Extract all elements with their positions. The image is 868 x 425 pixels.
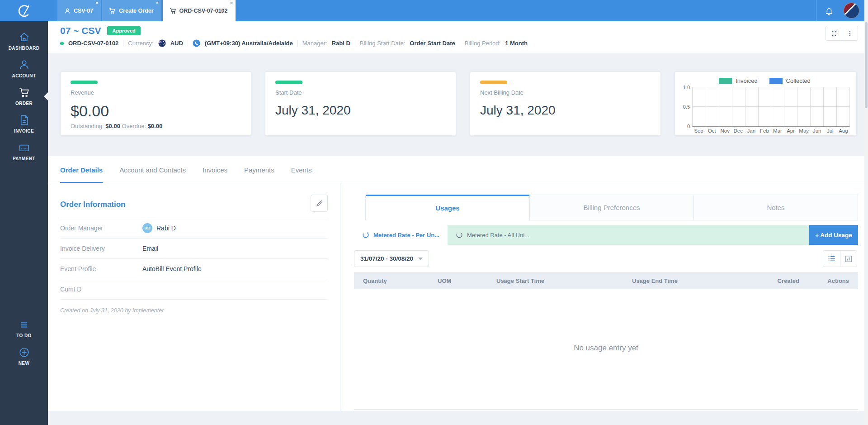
refresh-icon xyxy=(830,29,838,38)
workspace-tabstrip: CSV-07 × Create Order × ORD-CSV-07-0102 … xyxy=(57,0,237,21)
info-row-event-profile: Event Profile AutoBill Event Profile xyxy=(60,259,328,279)
divider xyxy=(460,40,460,47)
notifications-button[interactable] xyxy=(816,0,841,21)
card-label: Start Date xyxy=(275,89,446,96)
edit-order-button[interactable] xyxy=(311,195,328,212)
workspace-tab-account[interactable]: CSV-07 × xyxy=(57,0,101,21)
topbar-right xyxy=(816,0,864,21)
x-tick: Sep xyxy=(692,128,705,134)
card-accent-bar xyxy=(275,81,302,84)
chart-legend: Invoiced Collected xyxy=(679,76,850,85)
x-tick: Oct xyxy=(705,128,718,134)
timezone-value: (GMT+09:30) Australia/Adelaide xyxy=(205,40,293,47)
sidebar-main-group: DASHBOARD ACCOUNT ORDER INVOICE xyxy=(0,21,48,165)
outstanding-value: $0.00 xyxy=(105,123,120,129)
charge-chip-metered-all-units[interactable]: Metered Rate - All Uni... xyxy=(448,225,538,245)
app-logo[interactable] xyxy=(0,0,48,21)
user-avatar[interactable] xyxy=(844,3,859,19)
sidebar-item-account[interactable]: ACCOUNT xyxy=(0,55,48,82)
usage-table-header: Quantity UOM Usage Start Time Usage End … xyxy=(354,272,858,289)
x-tick: Jan xyxy=(745,128,758,134)
sidebar-item-label: TO DO xyxy=(16,333,31,338)
order-information-header: Order Information xyxy=(60,191,328,218)
legend-label: Collected xyxy=(786,77,811,84)
card-accent-bar xyxy=(480,81,507,84)
date-range-dropdown[interactable]: 31/07/20 - 30/08/20 xyxy=(354,250,429,267)
subtab-usages[interactable]: Usages xyxy=(366,195,529,220)
tab-events[interactable]: Events xyxy=(291,166,312,183)
meter-icon xyxy=(362,231,369,239)
y-tick: 1.0 xyxy=(683,85,690,90)
legend-label: Invoiced xyxy=(736,77,757,84)
collected-swatch xyxy=(769,78,783,84)
panel-divider xyxy=(340,183,340,411)
charge-chip-metered-per-unit[interactable]: Metered Rate - Per Un... xyxy=(354,225,448,245)
info-value: AutoBill Event Profile xyxy=(142,265,202,272)
start-date-card: Start Date July 31, 2020 xyxy=(265,72,456,136)
home-icon xyxy=(18,31,30,43)
sidebar-item-invoice[interactable]: INVOICE xyxy=(0,110,48,138)
status-badge: Approved xyxy=(107,26,140,35)
next-billing-value: July 31, 2020 xyxy=(480,103,651,118)
sidebar: DASHBOARD ACCOUNT ORDER INVOICE xyxy=(0,21,48,425)
page-title[interactable]: 07 ~ CSV xyxy=(60,25,101,36)
sidebar-item-label: INVOICE xyxy=(14,129,34,134)
bell-icon xyxy=(825,6,834,15)
usage-toolbar: 31/07/20 - 30/08/20 xyxy=(354,250,858,267)
subtab-notes[interactable]: Notes xyxy=(693,195,858,220)
x-tick: Mar xyxy=(771,128,784,134)
document-icon xyxy=(18,114,30,126)
workspace-tab-label: CSV-07 xyxy=(74,8,93,14)
list-icon xyxy=(18,319,30,331)
add-usage-button[interactable]: + Add Usage xyxy=(809,225,858,245)
chart-x-axis: Sep Oct Nov Dec Jan Feb Mar Apr May Jun … xyxy=(692,128,850,134)
manager-label: Manager: xyxy=(302,40,327,47)
tab-account-and-contacts[interactable]: Account and Contacts xyxy=(119,166,186,183)
tab-payments[interactable]: Payments xyxy=(244,166,274,183)
page-scrollbar[interactable] xyxy=(864,0,868,425)
workspace-tab-order[interactable]: ORD-CSV-07-0102 × xyxy=(163,0,236,21)
close-icon[interactable]: × xyxy=(230,0,233,6)
tab-invoices[interactable]: Invoices xyxy=(203,166,227,183)
chart-grid xyxy=(692,87,850,127)
more-options-button[interactable] xyxy=(842,26,858,40)
x-tick: Feb xyxy=(758,128,771,134)
person-icon xyxy=(64,8,71,14)
legend-item-invoiced: Invoiced xyxy=(719,77,757,84)
charge-chip-label: Metered Rate - All Uni... xyxy=(467,232,529,239)
x-tick: Aug xyxy=(837,128,850,134)
created-by-note: Created on July 31, 2020 by Implementer xyxy=(60,300,328,314)
outstanding-label: Outstanding: xyxy=(71,123,104,129)
tab-order-details[interactable]: Order Details xyxy=(60,166,103,183)
y-tick: 0.5 xyxy=(683,104,690,110)
scrollbar-thumb[interactable] xyxy=(865,22,868,108)
x-tick: Jun xyxy=(811,128,824,134)
app-window: CSV-07 × Create Order × ORD-CSV-07-0102 … xyxy=(0,0,868,425)
close-icon[interactable]: × xyxy=(95,0,99,6)
legend-item-collected: Collected xyxy=(769,77,811,84)
invoiced-swatch xyxy=(719,78,732,84)
info-row-invoice-delivery: Invoice Delivery Email xyxy=(60,239,328,259)
chevron-down-icon xyxy=(418,258,423,260)
sidebar-item-dashboard[interactable]: DASHBOARD xyxy=(0,27,48,55)
subtab-billing-preferences[interactable]: Billing Preferences xyxy=(529,195,693,220)
info-value: Email xyxy=(142,245,158,252)
aud-flag-icon xyxy=(158,39,166,47)
workspace-tab-create-order[interactable]: Create Order × xyxy=(102,0,161,21)
sidebar-item-todo[interactable]: TO DO xyxy=(0,315,48,342)
sidebar-item-new[interactable]: NEW xyxy=(0,342,48,370)
billing-period-value: 1 Month xyxy=(505,40,528,47)
card-label: Revenue xyxy=(71,89,241,96)
card-label: Next Billing Date xyxy=(480,89,651,96)
close-icon[interactable]: × xyxy=(156,0,159,6)
info-value: RD Rabi D xyxy=(142,223,176,233)
timezone-globe-icon xyxy=(193,39,200,47)
pencil-icon xyxy=(316,200,323,207)
sidebar-item-order[interactable]: ORDER xyxy=(0,82,48,110)
chart-view-button[interactable] xyxy=(840,251,857,267)
topbar: CSV-07 × Create Order × ORD-CSV-07-0102 … xyxy=(0,0,864,21)
meter-icon xyxy=(456,231,463,239)
sidebar-item-payment[interactable]: PAYMENT xyxy=(0,138,48,165)
list-view-button[interactable] xyxy=(823,251,840,267)
refresh-button[interactable] xyxy=(826,26,842,40)
